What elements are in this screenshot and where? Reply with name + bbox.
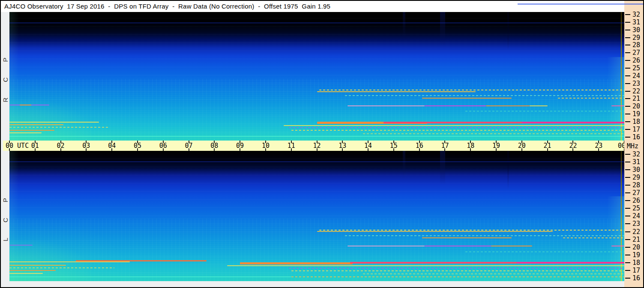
dark-vertical-streak (440, 151, 445, 185)
freq-tick (625, 52, 630, 53)
freq-tick (625, 30, 630, 30)
rfi-line (9, 276, 291, 277)
rfi-line (558, 98, 624, 99)
hour-label: 11 (285, 142, 297, 149)
dark-vertical-streak (403, 12, 405, 38)
rfi-line (347, 246, 424, 246)
freq-label: 17 (632, 267, 643, 274)
rfi-line (9, 23, 624, 23)
lcp-axis-label-text: L C P (2, 191, 9, 241)
freq-tick (625, 247, 630, 248)
rfi-line (611, 246, 624, 246)
hour-label: 22 (567, 142, 579, 149)
freq-tick (625, 106, 630, 107)
hour-label: 17 (439, 142, 451, 149)
rfi-line (9, 265, 66, 266)
hour-label: 06 (157, 142, 169, 149)
rfi-line (422, 98, 512, 99)
freq-tick (625, 137, 630, 138)
dark-vertical-streak (440, 12, 445, 45)
rfi-line (9, 124, 63, 125)
freq-label: 28 (632, 182, 643, 189)
freq-tick (625, 239, 630, 240)
freq-tick (625, 37, 630, 38)
rfi-line (319, 90, 624, 90)
freq-label: 29 (632, 34, 643, 41)
freq-tick (625, 83, 630, 84)
freq-tick (625, 270, 630, 271)
speckle-noise (9, 79, 624, 141)
freq-tick (625, 45, 630, 45)
freq-label: 21 (632, 95, 643, 102)
hour-label: 16 (413, 142, 425, 149)
hour-label: 14 (362, 142, 374, 149)
freq-label: 24 (632, 213, 643, 219)
freq-tick (625, 154, 630, 155)
rcp-axis-label-text: R C P (2, 51, 9, 102)
rfi-line (9, 267, 114, 268)
freq-label: 25 (632, 205, 643, 212)
freq-label: 24 (632, 72, 643, 79)
hour-label: 15 (388, 142, 400, 149)
freq-tick (625, 75, 630, 76)
rfi-line (291, 270, 624, 271)
rfi-line (317, 91, 476, 92)
hour-label: 04 (106, 142, 118, 149)
lcp-spectrogram (9, 151, 624, 281)
hour-label: 13 (336, 142, 348, 149)
rfi-line (491, 246, 532, 246)
rfi-line (425, 246, 491, 246)
rfi-line (9, 130, 54, 131)
rfi-line (20, 105, 31, 105)
freq-tick (625, 121, 630, 122)
freq-label: 16 (632, 275, 643, 282)
rfi-line (284, 125, 624, 126)
freq-label: 20 (632, 103, 643, 110)
rfi-line (522, 122, 624, 123)
hour-label: 23 (593, 142, 605, 149)
freq-label: 25 (632, 65, 643, 72)
rfi-line (9, 136, 624, 137)
hour-label: 07 (183, 142, 195, 149)
rfi-line (9, 132, 42, 133)
freq-label: 23 (632, 220, 643, 227)
rfi-line (345, 235, 624, 236)
freq-label: 30 (632, 27, 643, 33)
freq-tick (625, 177, 630, 178)
rfi-line (319, 230, 624, 231)
freq-label: 31 (632, 19, 643, 26)
freq-label: 20 (632, 244, 643, 251)
freq-tick (625, 162, 630, 162)
freq-tick (625, 14, 630, 15)
freq-tick (625, 22, 630, 23)
rfi-line (289, 268, 624, 269)
freq-tick (625, 98, 630, 99)
freq-label: 22 (632, 228, 643, 235)
freq-label: 32 (632, 151, 643, 158)
dark-vertical-streak (507, 12, 509, 51)
freq-label: 28 (632, 42, 643, 48)
freq-tick (625, 129, 630, 130)
rfi-line (291, 276, 624, 277)
hour-label: 08 (208, 142, 220, 149)
rfi-line (9, 122, 99, 123)
rfi-line (530, 105, 548, 106)
rfi-line (363, 133, 624, 134)
freq-tick (625, 91, 630, 92)
freq-label: 29 (632, 174, 643, 181)
rfi-line (9, 245, 33, 246)
rfi-line (425, 105, 486, 106)
rfi-line (240, 262, 353, 264)
mhz-unit-label: MHz (627, 142, 638, 150)
freq-label: 16 (632, 134, 643, 141)
hour-label: 12 (311, 142, 323, 149)
freq-tick (625, 223, 630, 224)
spectrograph-page: AJ4CO Observatory 17 Sep 2016 - DPS on T… (0, 0, 644, 288)
lcp-axis-label: L C P (1, 151, 9, 281)
freq-tick (625, 192, 630, 193)
hour-label: 02 (55, 142, 67, 149)
hour-label: 18 (464, 142, 476, 149)
rfi-line (317, 231, 553, 232)
dark-vertical-streak (507, 151, 509, 190)
rfi-line (347, 105, 424, 106)
